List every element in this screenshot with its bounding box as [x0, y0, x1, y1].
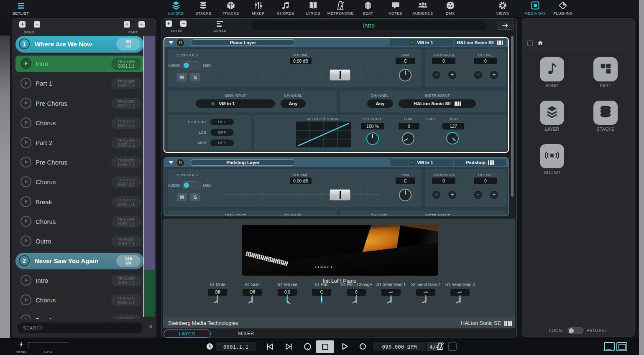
- go-to-end-button[interactable]: [284, 342, 294, 353]
- part-play-button[interactable]: [20, 176, 31, 187]
- param-knob[interactable]: [390, 295, 392, 304]
- param-knob[interactable]: [286, 295, 288, 304]
- add-song-button[interactable]: +: [19, 21, 26, 28]
- toggle-right-zone-button[interactable]: [616, 342, 627, 351]
- out-channel-field[interactable]: Any: [367, 99, 393, 108]
- part-row[interactable]: Chorus TRIGGER0005.1.1: [15, 292, 144, 309]
- collapse-icon[interactable]: [169, 41, 174, 44]
- tempo-display[interactable]: 090.000 BPM: [373, 342, 426, 351]
- tab-metronome[interactable]: METRONOME: [327, 1, 355, 15]
- part-row[interactable]: Pre Chorus TRIGGER0013.1.1: [15, 95, 144, 112]
- tab-mixer[interactable]: MIXER: [222, 330, 270, 338]
- add-part-button[interactable]: +: [124, 21, 130, 28]
- tab-layer[interactable]: LAYER: [164, 330, 211, 338]
- part-row[interactable]: Intro TRIGGER0001.1.1: [15, 56, 144, 72]
- volume-fader-handle[interactable]: [330, 69, 350, 81]
- mute-button[interactable]: M: [177, 193, 187, 201]
- tab-views[interactable]: VIEWS: [493, 1, 513, 15]
- media-tile-layer[interactable]: [540, 101, 564, 125]
- setlist-scrollbar[interactable]: [144, 36, 155, 317]
- current-part-display[interactable]: Intro: [251, 21, 486, 30]
- tab-plug-ins[interactable]: PLUG-INS: [550, 1, 575, 15]
- click-enable-checkbox[interactable]: [448, 342, 457, 351]
- song-row[interactable]: 1 Where Are We Now 904/4: [15, 36, 144, 53]
- keyboard-icon[interactable]: [497, 41, 503, 45]
- part-play-button[interactable]: [20, 196, 31, 207]
- part-row[interactable]: Part 1 TRIGGER0005.1.1: [15, 75, 144, 92]
- remove-layer-button[interactable]: −: [180, 20, 187, 27]
- pan-value[interactable]: C: [396, 58, 415, 64]
- part-row[interactable]: Chorus TRIGGER0053.1.1: [15, 213, 144, 230]
- audio-midi-toggle[interactable]: [182, 61, 201, 69]
- tab-notes[interactable]: NOTES: [382, 1, 409, 15]
- part-row[interactable]: Pre Chorus TRIGGER0033.2.1: [15, 154, 144, 171]
- transpose-minus-button[interactable]: −: [432, 191, 440, 199]
- go-to-start-button[interactable]: [265, 342, 274, 353]
- setlist-tab[interactable]: SETLIST: [13, 1, 29, 15]
- part-row[interactable]: Part 2 TRIGGER0025.1.1: [15, 134, 144, 151]
- mute-button[interactable]: M: [177, 73, 187, 81]
- volume-value[interactable]: 0.00 dB: [290, 178, 312, 184]
- high-value[interactable]: 127: [442, 123, 464, 129]
- octave-plus-button[interactable]: +: [490, 71, 498, 79]
- midi-channel-field[interactable]: Any: [281, 99, 306, 108]
- position-display[interactable]: 0001.1.1: [216, 342, 256, 351]
- part-play-button[interactable]: [20, 58, 31, 69]
- part-row[interactable]: Chorus TRIGGER0017.1.1: [15, 115, 144, 132]
- part-play-button[interactable]: [20, 157, 31, 167]
- transpose-minus-button[interactable]: −: [432, 71, 440, 79]
- tab-layers[interactable]: LAYERS: [162, 1, 190, 15]
- local-project-toggle[interactable]: [567, 327, 583, 334]
- media-tile-sound[interactable]: [540, 144, 564, 168]
- pan-knob[interactable]: [399, 189, 411, 201]
- tab-dmx[interactable]: DMX: [437, 1, 464, 15]
- octave-plus-button[interactable]: +: [490, 191, 498, 199]
- play-button[interactable]: [340, 342, 349, 353]
- layer-name[interactable]: Padshop Layer: [191, 159, 295, 166]
- part-row[interactable]: Break TRIGGER0045.1.1: [15, 194, 144, 210]
- next-part-button[interactable]: [497, 21, 514, 30]
- layer-name[interactable]: Piano Layer: [191, 39, 295, 46]
- keyboard-icon[interactable]: [488, 160, 494, 165]
- param-knob[interactable]: [217, 295, 218, 304]
- clear-search-button[interactable]: X: [149, 324, 152, 329]
- octave-minus-button[interactable]: −: [474, 191, 482, 199]
- add-layer-button[interactable]: +: [166, 20, 172, 27]
- param-knob[interactable]: [251, 295, 253, 304]
- toggle-left-zone-button[interactable]: [604, 342, 615, 351]
- pan-knob[interactable]: [399, 69, 411, 81]
- transpose-value[interactable]: 0: [432, 178, 455, 184]
- media-tile-part[interactable]: [593, 57, 618, 81]
- layers-scrollbar[interactable]: [511, 36, 514, 197]
- record-arm-badge[interactable]: R: [177, 159, 184, 166]
- remove-song-button[interactable]: −: [34, 21, 40, 28]
- media-tile-song[interactable]: [540, 57, 564, 81]
- volume-value[interactable]: 0.00 dB: [290, 58, 312, 64]
- velocity-value[interactable]: 100 %: [361, 123, 384, 129]
- part-play-button[interactable]: [20, 216, 31, 227]
- tab-stacks[interactable]: STACKS: [190, 1, 217, 15]
- record-arm-badge[interactable]: R: [177, 39, 184, 46]
- velocity-curve-graph[interactable]: [296, 122, 351, 147]
- part-play-button[interactable]: [20, 78, 31, 89]
- param-knob[interactable]: [425, 295, 427, 304]
- part-play-button[interactable]: [20, 294, 31, 305]
- click-icon[interactable]: [435, 341, 445, 353]
- zones-icon[interactable]: [217, 21, 223, 28]
- collapse-icon[interactable]: [169, 161, 174, 164]
- octave-value[interactable]: 0: [474, 58, 497, 64]
- transpose-value[interactable]: 0: [432, 58, 455, 64]
- velocity-knob[interactable]: [366, 132, 379, 145]
- lsb-value[interactable]: OFF: [210, 129, 234, 136]
- low-value[interactable]: 0: [399, 123, 419, 129]
- msb-value[interactable]: OFF: [210, 139, 234, 146]
- part-row[interactable]: Intro TRIGGER0001.1.1: [15, 272, 144, 289]
- tab-audience[interactable]: AUDIENCE: [409, 1, 437, 15]
- keyboard-icon[interactable]: [455, 101, 461, 106]
- octave-value[interactable]: 0: [474, 178, 497, 184]
- remove-part-button[interactable]: −: [138, 21, 145, 28]
- layer-input-display[interactable]: VM In 1: [390, 159, 453, 166]
- layer-header[interactable]: R Piano Layer VM In 1 HALion Sonic SE: [164, 38, 508, 47]
- pan-value[interactable]: C: [396, 178, 415, 184]
- solo-button[interactable]: S: [190, 73, 200, 81]
